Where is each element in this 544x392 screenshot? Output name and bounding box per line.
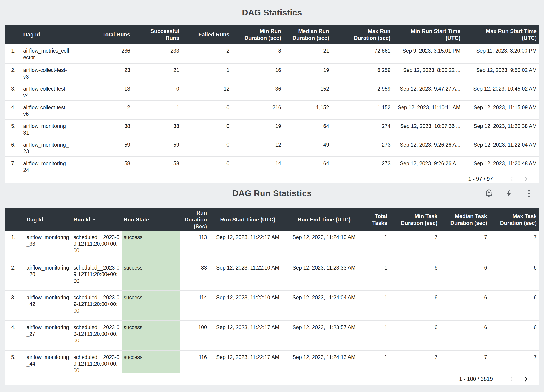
- col-header-max-run-duration-sec[interactable]: Max Run Duration (sec): [331, 24, 393, 44]
- cell-min-run-start-time-utc: Sep 12, 2023, 9:26:26 A...: [393, 138, 462, 156]
- dag-stats-rows: 1.airflow_metrics_collector236233282172,…: [5, 44, 539, 175]
- cell-run-duration-sec: 116: [180, 351, 209, 373]
- cell-total-runs: 13: [71, 83, 132, 100]
- col-header-max-task-duration-sec[interactable]: Max Task Duration (sec): [489, 208, 539, 231]
- col-header-max-run-start-time-utc[interactable]: Max Run Start Time (UTC): [462, 24, 539, 44]
- col-header-total-tasks[interactable]: Total Tasks: [362, 208, 390, 231]
- chart-toolbar: [484, 188, 533, 199]
- cell-run-end-time-utc: Sep 12, 2023, 11:24:04 AM: [286, 291, 362, 320]
- cell-total-runs: 38: [71, 120, 132, 138]
- table-row: 6.airflow_monitoring_23595901249273Sep 1…: [5, 138, 539, 156]
- cell-max-run-duration-sec: 273: [331, 157, 393, 175]
- col-header-run-start-time-utc[interactable]: Run Start Time (UTC): [209, 208, 286, 231]
- add-alert-icon[interactable]: [484, 189, 494, 198]
- cell-successful-runs: 59: [132, 138, 181, 156]
- cell-min-task-duration-sec: 7: [390, 351, 439, 373]
- cell-run-end-time-utc: Sep 12, 2023, 11:23:57 AM: [286, 321, 362, 350]
- cell-total-tasks: 1: [362, 261, 390, 291]
- cell-min-run-duration-sec: 8: [231, 44, 283, 63]
- next-page-button: [519, 176, 533, 182]
- table-row: 1.airflow_metrics_collector236233282172,…: [5, 44, 539, 63]
- cell-dag-id: airflow_monitoring_20: [24, 261, 71, 291]
- cell-run-start-time-utc: Sep 12, 2023, 11:22:17 AM: [209, 321, 286, 350]
- cell-successful-runs: 1: [132, 101, 181, 119]
- cell-successful-runs: 233: [132, 44, 181, 63]
- row-number: 7.: [5, 157, 21, 175]
- row-number: 1.: [5, 231, 24, 261]
- cell-run-id: scheduled__2023-09-12T11:20:00+00:00: [71, 261, 122, 291]
- cell-max-run-start-time-utc: Sep 12, 2023, 11:20:48 AM: [462, 157, 539, 175]
- col-header-dag-id[interactable]: Dag Id: [24, 208, 71, 231]
- row-number: 1.: [5, 44, 21, 63]
- cell-max-task-duration-sec: 6: [489, 291, 539, 320]
- table-row: 4.airflow-collect-test-v62102161,1521,15…: [5, 100, 539, 119]
- cell-max-run-start-time-utc: Sep 12, 2023, 11:15:09 AM: [462, 101, 539, 119]
- col-header-min-run-start-time-utc[interactable]: Min Run Start Time (UTC): [393, 24, 462, 44]
- table-row: 3.airflow_monitoring_42scheduled__2023-0…: [5, 291, 539, 320]
- cell-total-runs: 58: [71, 157, 132, 175]
- cell-dag-id: airflow_monitoring_24: [21, 157, 71, 175]
- sort-desc-icon: [93, 219, 96, 220]
- row-number: 6.: [5, 138, 21, 156]
- cell-median-run-duration-sec: 19: [283, 64, 331, 82]
- cell-min-run-duration-sec: 16: [231, 64, 283, 82]
- col-header-successful-runs[interactable]: Successful Runs: [132, 24, 181, 44]
- col-header-failed-runs[interactable]: Failed Runs: [181, 24, 231, 44]
- cell-run-id: scheduled__2023-09-12T11:20:00+00:00: [71, 291, 122, 320]
- cell-min-run-start-time-utc: Sep 12, 2023, 11:10:11 AM: [393, 101, 462, 119]
- cell-successful-runs: 21: [132, 64, 181, 82]
- cell-max-run-start-time-utc: Sep 12, 2023, 9:50:02 AM: [462, 64, 539, 82]
- chevron-left-icon: [509, 176, 515, 182]
- cell-total-runs: 23: [71, 64, 132, 82]
- cell-min-run-start-time-utc: Sep 12, 2023, 9:47:27 A...: [393, 83, 462, 100]
- cell-median-run-duration-sec: 152: [283, 83, 331, 100]
- col-header-run-id[interactable]: Run Id: [71, 208, 122, 231]
- col-header-run-state[interactable]: Run State: [122, 208, 180, 231]
- col-header-min-run-duration-sec[interactable]: Min Run Duration (sec): [231, 24, 283, 44]
- cell-total-tasks: 1: [362, 291, 390, 320]
- col-header-median-task-duration-sec[interactable]: Median Task Duration (sec): [439, 208, 489, 231]
- cell-run-state: success: [122, 261, 180, 291]
- table-row: 5.airflow_monitoring_31383801964274Sep 1…: [5, 119, 539, 138]
- pagination-range: 1 - 100 / 3819: [459, 376, 493, 382]
- cell-min-run-duration-sec: 216: [231, 101, 283, 119]
- cell-max-task-duration-sec: 6: [489, 321, 539, 350]
- cell-total-runs: 2: [71, 101, 132, 119]
- cell-run-end-time-utc: Sep 12, 2023, 11:24:13 AM: [286, 351, 362, 373]
- cell-failed-runs: 0: [181, 138, 231, 156]
- col-header-dag-id[interactable]: Dag Id: [21, 24, 71, 44]
- cell-dag-id: airflow_monitoring_33: [24, 231, 71, 261]
- cell-max-task-duration-sec: 7: [489, 231, 539, 261]
- more-vert-icon[interactable]: [524, 189, 533, 198]
- cell-run-id: scheduled__2023-09-12T11:20:00+00:00: [71, 351, 122, 373]
- cell-dag-id: airflow_monitoring_23: [21, 138, 71, 156]
- cell-min-run-start-time-utc: Sep 12, 2023, 10:07:36 ...: [393, 120, 462, 138]
- col-header-run-duration-sec[interactable]: Run Duration (Sec): [180, 208, 209, 231]
- col-header-min-task-duration-sec[interactable]: Min Task Duration (sec): [390, 208, 439, 231]
- table-row: 2.airflow-collect-test-v32321116196,259S…: [5, 63, 539, 82]
- cell-failed-runs: 0: [181, 101, 231, 119]
- col-header-run-end-time-utc[interactable]: Run End Time (UTC): [286, 208, 362, 231]
- cell-failed-runs: 0: [181, 157, 231, 175]
- row-number-header: [5, 24, 21, 44]
- lightning-icon[interactable]: [504, 189, 514, 198]
- cell-max-run-duration-sec: 2,959: [331, 83, 393, 100]
- cell-run-start-time-utc: Sep 12, 2023, 11:22:10 AM: [209, 291, 286, 320]
- cell-total-tasks: 1: [362, 231, 390, 261]
- cell-successful-runs: 58: [132, 157, 181, 175]
- cell-max-run-duration-sec: 274: [331, 120, 393, 138]
- cell-dag-id: airflow_monitoring_27: [24, 321, 71, 350]
- cell-total-tasks: 1: [362, 351, 390, 373]
- cell-run-id: scheduled__2023-09-12T11:20:00+00:00: [71, 321, 122, 350]
- cell-run-end-time-utc: Sep 12, 2023, 11:24:10 AM: [286, 231, 362, 261]
- cell-max-task-duration-sec: 7: [489, 351, 539, 373]
- next-page-button[interactable]: [519, 375, 533, 383]
- cell-run-state: success: [122, 321, 180, 350]
- cell-dag-id: airflow_monitoring_31: [21, 120, 71, 138]
- cell-run-state: success: [122, 351, 180, 373]
- cell-max-run-start-time-utc: Sep 12, 2023, 11:22:04 AM: [462, 138, 539, 156]
- table-row: 4.airflow_monitoring_27scheduled__2023-0…: [5, 320, 539, 350]
- col-header-total-runs[interactable]: Total Runs: [71, 24, 132, 44]
- cell-median-run-duration-sec: 49: [283, 138, 331, 156]
- col-header-median-run-duration-sec[interactable]: Median Run Duration (sec): [283, 24, 331, 44]
